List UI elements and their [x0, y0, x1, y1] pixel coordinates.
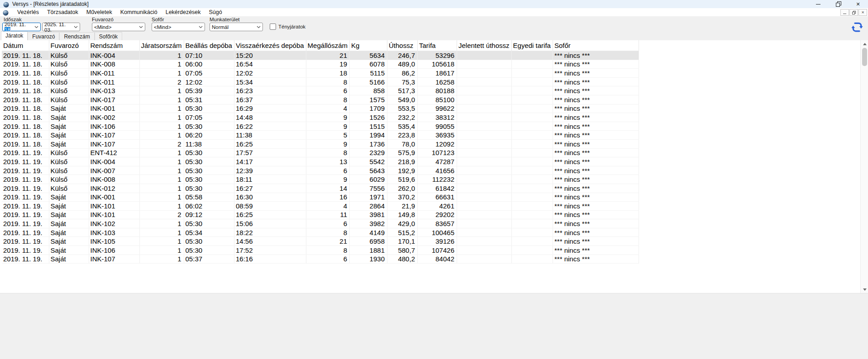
- table-row[interactable]: 2019. 11. 18.KülsőINK-013105:3916:236858…: [2, 86, 639, 95]
- cell-uthossz: 170,1: [387, 237, 417, 246]
- cell-visszaerkezes-depoba: 11:38: [234, 131, 306, 140]
- column-header-tarifa[interactable]: Tarifa: [417, 40, 457, 51]
- column-header-uthossz[interactable]: Úthossz: [387, 40, 417, 51]
- table-row[interactable]: 2019. 11. 18.KülsőINK-004107:1015:202156…: [2, 51, 639, 60]
- table-row[interactable]: 2019. 11. 19.SajátINK-102105:3015:066398…: [2, 219, 639, 228]
- sofor-combo[interactable]: <Mind>: [152, 23, 205, 31]
- column-header-datum[interactable]: Dátum: [2, 40, 49, 51]
- munkaterulet-value: Normál: [212, 24, 229, 30]
- table-row[interactable]: 2019. 11. 18.KülsőINK-008106:0016:541960…: [2, 60, 639, 69]
- column-header-visszaerkezes-depoba[interactable]: Visszaérkezés depóba: [234, 40, 306, 51]
- cell-jelentett-uthossz: [457, 237, 511, 246]
- table-row[interactable]: 2019. 11. 19.KülsőENT-412105:3017:578232…: [2, 148, 639, 157]
- table-row[interactable]: 2019. 11. 19.SajátINK-106105:3017:528188…: [2, 246, 639, 255]
- scrollbar-thumb[interactable]: [862, 48, 867, 66]
- close-button[interactable]: ✕: [848, 0, 868, 8]
- cell-datum: 2019. 11. 19.: [2, 184, 49, 193]
- cell-tarifa: 100465: [417, 228, 457, 237]
- table-row[interactable]: 2019. 11. 18.SajátINK-107211:3816:259173…: [2, 139, 639, 148]
- cell-visszaerkezes-depoba: 14:48: [234, 113, 306, 122]
- mdi-restore-button[interactable]: [849, 9, 858, 16]
- cell-egyedi-tarifa: [511, 60, 553, 69]
- cell-sofor: *** nincs ***: [553, 60, 639, 69]
- menu-item-5[interactable]: Súgó: [205, 9, 226, 16]
- table-row[interactable]: 2019. 11. 19.KülsőINK-007105:3012:396564…: [2, 166, 639, 175]
- table-row[interactable]: 2019. 11. 18.KülsőINK-011212:0215:348516…: [2, 77, 639, 86]
- table-row[interactable]: 2019. 11. 18.KülsőINK-017105:3116:378157…: [2, 95, 639, 104]
- mdi-close-button[interactable]: ✕: [858, 9, 867, 16]
- table-row[interactable]: 2019. 11. 19.SajátINK-101209:1216:251139…: [2, 210, 639, 219]
- table-row[interactable]: 2019. 11. 19.SajátINK-101106:0208:594286…: [2, 202, 639, 211]
- column-header-jaratsorszam[interactable]: Járatsorszám: [139, 40, 184, 51]
- table-row[interactable]: 2019. 11. 19.KülsőINK-008105:3018:119602…: [2, 175, 639, 184]
- chevron-down-icon[interactable]: [257, 26, 261, 28]
- cell-egyedi-tarifa: [511, 210, 553, 219]
- app-menu-icon[interactable]: [3, 9, 9, 15]
- cell-jaratsorszam: 1: [139, 175, 184, 184]
- cell-uthossz: 78,0: [387, 139, 417, 148]
- vertical-scrollbar[interactable]: [860, 40, 868, 293]
- chevron-down-icon[interactable]: [139, 26, 143, 28]
- table-row[interactable]: 2019. 11. 18.SajátINK-002107:0514:489152…: [2, 113, 639, 122]
- cell-beallas-depoba: 06:20: [184, 131, 234, 140]
- cell-visszaerkezes-depoba: 16:29: [234, 104, 306, 113]
- cell-datum: 2019. 11. 19.: [2, 237, 49, 246]
- cell-megalloszam: 6: [306, 166, 349, 175]
- table-row[interactable]: 2019. 11. 19.KülsőINK-012105:3016:271475…: [2, 184, 639, 193]
- cell-tarifa: 61842: [417, 184, 457, 193]
- menu-item-4[interactable]: Lekérdezések: [162, 9, 205, 16]
- cell-fuvarozo: Külső: [49, 148, 89, 157]
- table-row[interactable]: 2019. 11. 19.SajátINK-105105:3014:562169…: [2, 237, 639, 246]
- cell-jaratsorszam: 1: [139, 255, 184, 264]
- chevron-down-icon[interactable]: [199, 26, 203, 28]
- cell-beallas-depoba: 05:58: [184, 193, 234, 202]
- scroll-down-arrow-icon[interactable]: [861, 286, 868, 293]
- cell-tarifa: 99622: [417, 104, 457, 113]
- tenyjaratok-checkbox[interactable]: [270, 24, 276, 30]
- cell-uthossz: 535,4: [387, 122, 417, 131]
- cell-uthossz: 223,8: [387, 131, 417, 140]
- table-row[interactable]: 2019. 11. 19.SajátINK-001105:5816:301619…: [2, 193, 639, 202]
- table-row[interactable]: 2019. 11. 18.KülsőINK-011107:0512:021851…: [2, 69, 639, 78]
- column-header-rendszam[interactable]: Rendszám: [89, 40, 139, 51]
- fuvarozo-combo[interactable]: <Mind>: [92, 23, 145, 31]
- table-row[interactable]: 2019. 11. 19.SajátINK-107105:3716:166193…: [2, 255, 639, 264]
- menu-item-0[interactable]: Vezérlés: [13, 9, 43, 16]
- table-row[interactable]: 2019. 11. 19.SajátINK-103105:3418:228414…: [2, 228, 639, 237]
- tab-2[interactable]: Rendszám: [59, 32, 94, 40]
- cell-datum: 2019. 11. 18.: [2, 60, 49, 69]
- scroll-up-arrow-icon[interactable]: [861, 40, 868, 47]
- date-to-combo[interactable]: 2025. 11. 03.: [42, 23, 80, 31]
- cell-fuvarozo: Külső: [49, 77, 89, 86]
- menu-item-3[interactable]: Kommunikáció: [116, 9, 162, 16]
- munkaterulet-combo[interactable]: Normál: [210, 23, 263, 31]
- cell-egyedi-tarifa: [511, 202, 553, 211]
- column-header-beallas-depoba[interactable]: Beállás depóba: [184, 40, 234, 51]
- mdi-minimize-button[interactable]: [840, 9, 849, 16]
- chevron-down-icon[interactable]: [74, 26, 78, 28]
- tab-0[interactable]: Járatok: [1, 31, 28, 40]
- chevron-down-icon[interactable]: [34, 26, 38, 28]
- tenyjaratok-checkbox-group[interactable]: Tényjáratok: [270, 24, 305, 30]
- date-from-combo[interactable]: 2019. 11. 18.: [2, 23, 41, 31]
- column-header-megalloszam[interactable]: Megállószám: [306, 40, 349, 51]
- column-header-sofor[interactable]: Sofőr: [553, 40, 639, 51]
- table-row[interactable]: 2019. 11. 18.SajátINK-001105:3016:294170…: [2, 104, 639, 113]
- menu-item-2[interactable]: Műveletek: [82, 9, 116, 16]
- jaratok-table: DátumFuvarozóRendszámJáratsorszámBeállás…: [2, 40, 639, 264]
- column-header-jelentett-uthossz[interactable]: Jelentett úthossz: [457, 40, 511, 51]
- cell-fuvarozo: Saját: [49, 193, 89, 202]
- cell-sofor: *** nincs ***: [553, 139, 639, 148]
- restore-button[interactable]: [828, 0, 848, 8]
- column-header-egyedi-tarifa[interactable]: Egyedi tarifa: [511, 40, 553, 51]
- table-row[interactable]: 2019. 11. 18.SajátINK-107106:2011:385199…: [2, 131, 639, 140]
- table-row[interactable]: 2019. 11. 18.SajátINK-106105:3016:229151…: [2, 122, 639, 131]
- tab-3[interactable]: Sofőrök: [95, 32, 122, 40]
- menu-item-1[interactable]: Törzsadatok: [43, 9, 82, 16]
- column-header-kg[interactable]: Kg: [349, 40, 387, 51]
- column-header-fuvarozo[interactable]: Fuvarozó: [49, 40, 89, 51]
- table-row[interactable]: 2019. 11. 19.KülsőINK-004105:3014:171355…: [2, 157, 639, 166]
- cell-jelentett-uthossz: [457, 193, 511, 202]
- tab-1[interactable]: Fuvarozó: [28, 32, 59, 40]
- minimize-button[interactable]: [808, 0, 828, 8]
